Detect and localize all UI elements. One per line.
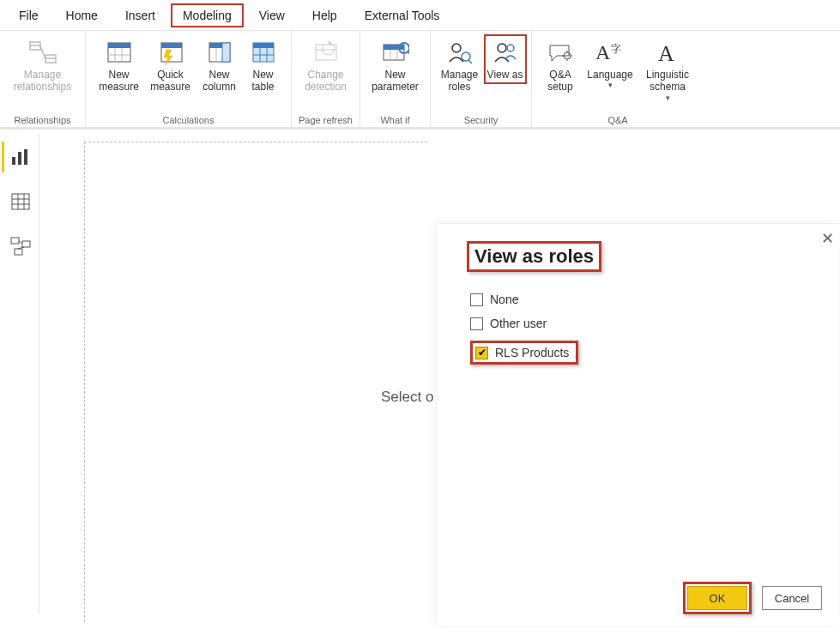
nav-model-view[interactable] [2,231,38,262]
language-label: Language [587,69,632,81]
ribbon-group-page-refresh-label: Page refresh [299,113,353,125]
manage-relationships-label: Manage relationships [5,69,81,94]
tab-view[interactable]: View [247,3,297,27]
change-detection-button[interactable]: Change detection [295,34,357,97]
new-column-label: New column [198,69,241,94]
left-nav [0,133,39,613]
change-detection-label: Change detection [297,69,355,94]
role-rls-products[interactable]: ✔ RLS Products [468,335,822,370]
svg-text:A: A [658,41,674,64]
svg-rect-47 [12,194,29,209]
bar-chart-icon [11,148,30,166]
svg-text:A: A [595,41,611,63]
ribbon-group-qa-label: Q&A [607,113,627,125]
tab-home[interactable]: Home [54,3,110,27]
chevron-down-icon: ▾ [666,94,670,103]
change-detection-icon [311,38,341,67]
close-icon[interactable]: ✕ [819,229,836,246]
nav-report-view[interactable] [2,142,38,172]
role-none[interactable]: None [468,287,822,311]
new-parameter-button[interactable]: New parameter [364,34,427,97]
ribbon-group-page-refresh: Change detection Page refresh [292,31,360,127]
svg-text:字: 字 [611,43,621,55]
view-as-icon [491,38,520,67]
new-measure-button[interactable]: New measure [94,34,145,97]
tab-file[interactable]: File [7,3,51,27]
quick-measure-button[interactable]: Quick measure [145,34,196,97]
tab-insert[interactable]: Insert [113,3,167,27]
checkbox-icon[interactable] [470,293,483,306]
new-measure-label: New measure [95,69,143,94]
language-icon: A 字 [595,38,625,67]
checkbox-icon[interactable] [470,317,483,330]
role-other-user-label: Other user [490,317,547,330]
svg-rect-52 [11,238,19,244]
manage-roles-button[interactable]: Manage roles [436,34,484,97]
ribbon-group-calculations: New measure Quick measure New column [86,31,292,127]
svg-line-55 [19,241,22,244]
tab-help[interactable]: Help [300,3,349,27]
ribbon-group-relationships: Manage relationships Relationships [0,31,86,127]
new-table-label: New table [245,69,282,94]
role-rls-products-label: RLS Products [495,346,569,359]
svg-marker-12 [164,50,172,65]
dialog-title: View as roles [469,244,599,269]
svg-line-4 [40,46,45,59]
table-icon [11,193,30,210]
measure-icon [105,38,134,67]
view-as-roles-dialog: ✕ View as roles None Other user ✔ RLS Pr… [438,223,839,626]
svg-line-30 [408,51,409,55]
role-list: None Other user ✔ RLS Products [468,287,822,370]
ribbon-group-relationships-label: Relationships [14,113,70,125]
svg-rect-6 [108,43,130,48]
canvas-placeholder-text: Select o [381,389,433,406]
checkbox-checked-icon[interactable]: ✔ [475,347,488,359]
linguistic-schema-label: Linguistic schema [640,69,695,94]
dialog-actions: OK Cancel [683,582,822,614]
dialog-title-highlight: View as roles [467,241,601,272]
canvas-guide [84,142,427,622]
relationships-icon [28,38,57,67]
language-button[interactable]: A 字 Language ▾ [582,34,638,94]
cancel-button[interactable]: Cancel [762,586,822,610]
svg-rect-46 [24,149,27,165]
svg-rect-18 [253,43,274,48]
svg-rect-45 [18,152,21,165]
ok-button-highlight: OK [683,582,752,614]
tab-external-tools[interactable]: External Tools [353,3,452,27]
qa-setup-icon [546,38,575,67]
role-other-user[interactable]: Other user [468,311,822,335]
model-icon [10,237,31,256]
new-table-button[interactable]: New table [243,34,284,97]
manage-roles-icon [445,38,474,67]
svg-rect-53 [22,241,30,247]
svg-rect-54 [15,249,22,255]
svg-rect-44 [12,157,15,165]
qa-setup-button[interactable]: Q&A setup [539,34,582,97]
new-parameter-label: New parameter [366,69,426,94]
svg-point-35 [507,45,514,51]
new-column-button[interactable]: New column [196,34,243,97]
parameter-icon [381,38,410,67]
tab-modeling[interactable]: Modeling [171,3,244,27]
svg-point-34 [498,44,506,52]
ribbon-group-calculations-label: Calculations [163,113,215,125]
quick-measure-icon [156,38,185,67]
svg-rect-15 [222,43,230,62]
ribbon-group-what-if-label: What if [380,113,409,125]
new-column-icon [205,38,234,67]
quick-measure-label: Quick measure [147,69,195,94]
svg-rect-26 [384,45,404,50]
linguistic-schema-icon: A [653,38,682,67]
ribbon-tabstrip: File Home Insert Modeling View Help Exte… [0,0,840,31]
nav-data-view[interactable] [2,186,38,217]
view-as-button[interactable]: View as [484,34,527,84]
svg-rect-11 [161,43,182,48]
linguistic-schema-button[interactable]: A Linguistic schema ▾ [638,34,697,106]
new-table-icon [249,38,278,67]
manage-relationships-button[interactable]: Manage relationships [3,34,82,97]
qa-setup-label: Q&A setup [541,69,580,94]
ok-button[interactable]: OK [687,586,747,610]
svg-line-33 [468,60,472,63]
role-none-label: None [490,293,518,306]
